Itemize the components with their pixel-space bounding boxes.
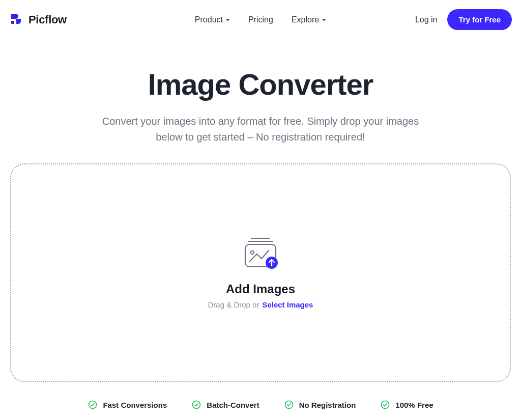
brand-name: Picflow bbox=[28, 13, 67, 26]
features-row: Fast Conversions Batch-Convert No Regist… bbox=[0, 400, 521, 410]
feature-free: 100% Free bbox=[380, 400, 433, 410]
check-circle-icon bbox=[88, 400, 98, 410]
dropzone[interactable]: Add Images Drag & Drop or Select Images bbox=[10, 163, 511, 382]
chevron-down-icon bbox=[226, 19, 230, 21]
brand-logo-icon bbox=[9, 12, 23, 28]
dropzone-drag-text: Drag & Drop or bbox=[208, 300, 259, 309]
check-circle-icon bbox=[284, 400, 294, 410]
feature-fast-conversions: Fast Conversions bbox=[88, 400, 167, 410]
nav-right: Log in Try for Free bbox=[415, 9, 512, 30]
nav-product-label: Product bbox=[195, 15, 223, 24]
chevron-down-icon bbox=[322, 19, 326, 21]
svg-rect-0 bbox=[11, 21, 14, 24]
page-subtitle: Convert your images into any format for … bbox=[88, 114, 433, 145]
nav-product[interactable]: Product bbox=[195, 15, 230, 24]
feature-label: Fast Conversions bbox=[103, 401, 167, 409]
check-circle-icon bbox=[380, 400, 390, 410]
dropzone-inner: Add Images Drag & Drop or Select Images bbox=[208, 237, 313, 309]
svg-point-4 bbox=[251, 250, 254, 254]
feature-label: Batch-Convert bbox=[207, 401, 259, 409]
select-images-link[interactable]: Select Images bbox=[262, 300, 313, 309]
feature-label: No Registration bbox=[299, 401, 356, 409]
brand[interactable]: Picflow bbox=[9, 12, 67, 28]
try-free-button[interactable]: Try for Free bbox=[447, 9, 512, 30]
feature-label: 100% Free bbox=[395, 401, 433, 409]
nav-pricing-label: Pricing bbox=[248, 15, 273, 24]
nav-pricing[interactable]: Pricing bbox=[248, 15, 273, 24]
dropzone-title: Add Images bbox=[226, 282, 295, 296]
page-title: Image Converter bbox=[20, 67, 501, 101]
nav-explore[interactable]: Explore bbox=[292, 15, 326, 24]
feature-no-registration: No Registration bbox=[284, 400, 356, 410]
dropzone-subtext: Drag & Drop or Select Images bbox=[208, 300, 313, 309]
check-circle-icon bbox=[191, 400, 201, 410]
top-nav: Picflow Product Pricing Explore Log in T… bbox=[0, 0, 521, 39]
nav-explore-label: Explore bbox=[292, 15, 319, 24]
dropzone-wrapper: Add Images Drag & Drop or Select Images bbox=[10, 163, 511, 382]
nav-center: Product Pricing Explore bbox=[195, 15, 326, 24]
image-upload-icon bbox=[239, 237, 282, 269]
feature-batch-convert: Batch-Convert bbox=[191, 400, 259, 410]
hero: Image Converter Convert your images into… bbox=[0, 67, 521, 145]
login-link[interactable]: Log in bbox=[415, 15, 438, 24]
